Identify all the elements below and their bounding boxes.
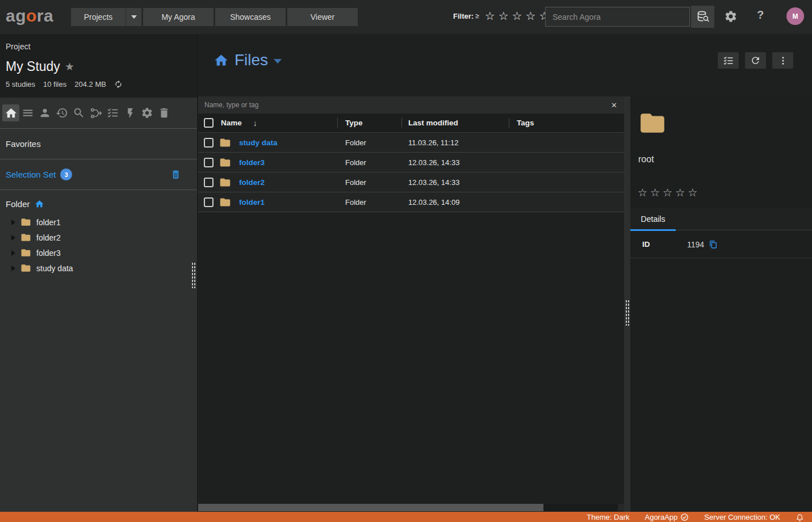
- clear-selection-button[interactable]: [170, 169, 181, 180]
- chevron-down-icon[interactable]: [274, 59, 282, 64]
- toolbar-menu-button[interactable]: [19, 104, 36, 121]
- row-checkbox[interactable]: [204, 197, 214, 207]
- advanced-search-button[interactable]: [691, 6, 714, 28]
- project-favorite-star-icon[interactable]: ★: [65, 60, 74, 73]
- nav-projects-button[interactable]: Projects: [71, 8, 125, 26]
- file-modified: 12.03.26, 14:33: [408, 178, 459, 187]
- close-icon[interactable]: ✕: [611, 101, 617, 110]
- check-circle-icon: [680, 513, 689, 521]
- toolbar-home-button[interactable]: [2, 104, 19, 121]
- nav-projects-label: Projects: [84, 12, 113, 22]
- user-avatar[interactable]: M: [786, 7, 804, 25]
- table-row[interactable]: folder3 Folder 12.03.26, 14:33: [198, 153, 624, 172]
- folder-tree-header[interactable]: Folder: [0, 190, 197, 214]
- row-checkbox[interactable]: [204, 158, 214, 167]
- column-header-type[interactable]: Type: [345, 119, 363, 127]
- table-row[interactable]: study data Folder 11.03.26, 11:12: [198, 133, 624, 153]
- more-options-button[interactable]: [772, 52, 793, 69]
- tree-item-folder1[interactable]: folder1: [11, 214, 197, 230]
- star-icon[interactable]: ☆: [675, 187, 688, 199]
- tree-item-study-data[interactable]: study data: [11, 260, 197, 276]
- filter-star-rating[interactable]: ☆☆☆☆☆: [485, 10, 553, 22]
- tree-item-folder2[interactable]: folder2: [11, 230, 197, 245]
- expand-caret-icon[interactable]: [11, 235, 15, 241]
- table-filter-input[interactable]: [204, 101, 611, 109]
- notifications-bell-icon[interactable]: [796, 513, 804, 521]
- toolbar-actions-button[interactable]: [122, 104, 139, 121]
- details-panel-splitter[interactable]: [624, 96, 630, 512]
- toolbar-user-button[interactable]: [36, 104, 53, 121]
- file-name-link[interactable]: study data: [239, 138, 278, 147]
- star-icon[interactable]: ☆: [638, 187, 650, 199]
- file-name-link[interactable]: folder2: [239, 178, 265, 187]
- refresh-button[interactable]: [745, 52, 766, 69]
- home-icon: [214, 53, 229, 68]
- toolbar-trash-button[interactable]: [156, 104, 173, 121]
- nav-viewer-button[interactable]: Viewer: [287, 8, 358, 26]
- horizontal-scrollbar[interactable]: [198, 504, 624, 511]
- project-size: 204.2 MB: [74, 80, 106, 89]
- column-header-modified[interactable]: Last modified: [408, 119, 458, 127]
- star-icon[interactable]: ☆: [526, 10, 539, 22]
- table-row[interactable]: folder1 Folder 12.03.26, 14:09: [198, 192, 624, 212]
- copy-icon[interactable]: [709, 240, 718, 249]
- star-icon[interactable]: ☆: [663, 187, 675, 199]
- selection-set-link[interactable]: Selection Set: [6, 170, 56, 179]
- search-input[interactable]: [553, 12, 689, 22]
- expand-caret-icon[interactable]: [11, 250, 15, 256]
- star-icon[interactable]: ☆: [650, 187, 663, 199]
- tab-details[interactable]: Details: [630, 208, 676, 230]
- toolbar-workflow-button[interactable]: [87, 104, 104, 121]
- column-separator: [337, 118, 338, 128]
- app-status-label: AgoraApp: [644, 513, 677, 521]
- home-icon[interactable]: [35, 199, 44, 209]
- sidebar-resize-handle[interactable]: [191, 262, 196, 288]
- history-icon: [56, 107, 68, 119]
- home-icon: [5, 107, 18, 120]
- tree-item-label: folder2: [36, 233, 61, 242]
- expand-caret-icon[interactable]: [11, 266, 15, 271]
- files-breadcrumb[interactable]: Files: [214, 51, 282, 69]
- folder-icon: [20, 217, 31, 228]
- table-row[interactable]: folder2 Folder 12.03.26, 14:33: [198, 172, 624, 192]
- select-items-button[interactable]: [718, 52, 739, 69]
- splitter-drag-handle[interactable]: [625, 300, 630, 326]
- expand-caret-icon[interactable]: [11, 220, 15, 225]
- gear-icon: [141, 107, 153, 119]
- column-header-name[interactable]: Name: [221, 119, 242, 127]
- column-header-tags[interactable]: Tags: [517, 119, 534, 127]
- file-name-link[interactable]: folder1: [239, 198, 265, 207]
- scrollbar-thumb[interactable]: [198, 504, 543, 511]
- page-title: Files: [235, 51, 268, 69]
- star-icon[interactable]: ☆: [485, 10, 499, 22]
- app-status[interactable]: AgoraApp: [644, 513, 689, 521]
- trash-icon: [170, 169, 181, 180]
- file-name-link[interactable]: folder3: [239, 158, 265, 167]
- toolbar-history-button[interactable]: [53, 104, 70, 121]
- agora-logo[interactable]: agora: [6, 6, 53, 26]
- nav-showcases-button[interactable]: Showcases: [215, 8, 286, 26]
- help-button[interactable]: ?: [757, 9, 764, 22]
- gear-icon: [724, 10, 738, 23]
- toolbar-tasklist-button[interactable]: [104, 104, 122, 121]
- star-icon[interactable]: ☆: [499, 10, 512, 22]
- files-count: 10 files: [43, 80, 66, 89]
- favorites-section[interactable]: Favorites: [0, 129, 197, 159]
- row-checkbox[interactable]: [204, 178, 214, 187]
- tree-item-label: folder3: [36, 249, 61, 258]
- nav-my-agora-button[interactable]: My Agora: [143, 8, 214, 26]
- sort-descending-icon[interactable]: ↓: [253, 119, 257, 128]
- settings-button[interactable]: [724, 10, 738, 23]
- select-all-checkbox[interactable]: [204, 118, 214, 128]
- toolbar-settings-button[interactable]: [139, 104, 156, 121]
- project-name: My Study: [6, 59, 60, 74]
- star-icon[interactable]: ☆: [688, 187, 700, 199]
- star-icon[interactable]: ☆: [512, 10, 526, 22]
- refresh-stats-icon[interactable]: [114, 80, 123, 89]
- tree-item-folder3[interactable]: folder3: [11, 245, 197, 260]
- row-checkbox[interactable]: [204, 138, 214, 148]
- rating-filter: Filter: ≥ ☆☆☆☆☆: [453, 10, 553, 22]
- toolbar-search-button[interactable]: [70, 104, 87, 121]
- projects-dropdown-button[interactable]: [125, 8, 141, 26]
- item-star-rating[interactable]: ☆☆☆☆☆: [638, 187, 700, 198]
